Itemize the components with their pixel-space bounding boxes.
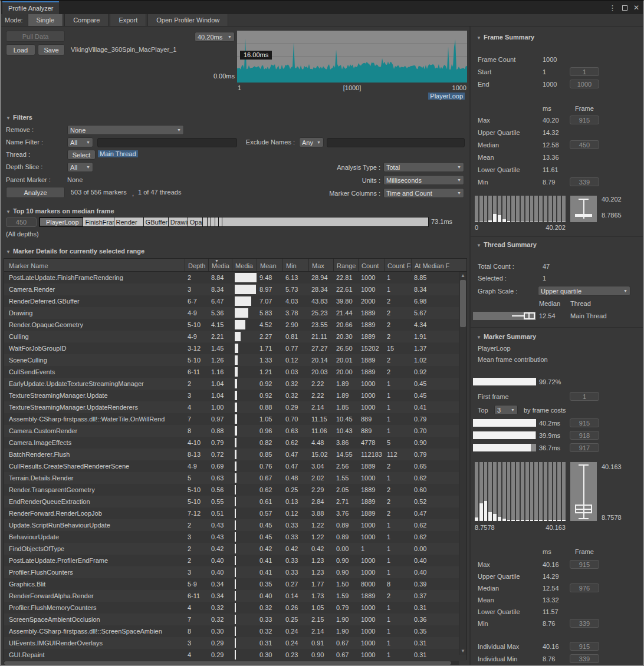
table-row[interactable]: FindObjectsOfType20.420.420.420.420.0011…: [4, 543, 466, 555]
first-frame-badge[interactable]: 1: [570, 392, 599, 401]
graph-scale-dropdown[interactable]: Upper quartile▼: [538, 286, 630, 296]
table-row[interactable]: PostLateUpdate.FinishFrameRendering28.84…: [4, 272, 466, 283]
load-button[interactable]: Load: [6, 44, 35, 55]
table-row[interactable]: Camera.Render38.348.975.7328.3422.611000…: [4, 283, 466, 295]
table-row[interactable]: BehaviourUpdate30.430.450.331.220.891000…: [4, 531, 466, 543]
toolbar-button-export[interactable]: Export: [110, 14, 146, 26]
column-header-at-median-f[interactable]: At Median F: [411, 259, 457, 271]
top10-header[interactable]: ▼Top 10 markers on median frame: [6, 207, 114, 215]
column-header-count[interactable]: Count: [358, 259, 384, 271]
horizontal-scrollbar-thumb[interactable]: [4, 661, 451, 665]
name-filter-input[interactable]: [97, 138, 237, 147]
frame-summary-stat-frame-badge[interactable]: 450: [570, 140, 599, 149]
table-row[interactable]: GUI.Repaint40.290.300.230.900.67100010.3…: [4, 649, 466, 661]
table-row[interactable]: Update.ScriptRunBehaviourUpdate20.430.45…: [4, 519, 466, 531]
table-row[interactable]: SceneCulling5-101.261.330.1220.1420.0118…: [4, 354, 466, 366]
marker-summary-individual-frame-badge[interactable]: 915: [570, 642, 599, 651]
top10-marker-bar[interactable]: PlayerLoopFinishFrameRRenderGBufferDrawi…: [39, 217, 429, 227]
top10-segment-gbuffer[interactable]: GBuffer: [144, 217, 169, 226]
depth-slice-dropdown[interactable]: All▼: [67, 162, 93, 172]
marker-summary-boxplot[interactable]: [570, 462, 597, 521]
table-row[interactable]: Profiler.FlushCounters30.400.410.331.230…: [4, 566, 466, 578]
marker-summary-stat-frame-badge[interactable]: 976: [570, 583, 599, 592]
table-row[interactable]: Camera.CustomRender80.880.960.6311.0610.…: [4, 425, 466, 437]
toolbar-button-compare[interactable]: Compare: [64, 14, 109, 26]
column-header-count-fra[interactable]: Count Fra: [384, 259, 411, 271]
column-header-depth[interactable]: Depth: [185, 259, 208, 271]
frame-summary-stat-frame-badge[interactable]: 339: [570, 177, 599, 186]
pull-data-button[interactable]: Pull Data: [6, 31, 65, 42]
frame-range-dropdown[interactable]: 40.20ms ▼: [195, 32, 235, 42]
analysis-type-dropdown[interactable]: Total▼: [383, 162, 464, 172]
top10-segment[interactable]: [211, 217, 215, 226]
top10-frame-badge[interactable]: 450: [6, 217, 37, 227]
name-filter-mode-dropdown[interactable]: All▼: [67, 137, 93, 147]
scroll-down-icon[interactable]: ▼: [461, 648, 465, 654]
table-row[interactable]: ScreenSpaceAmbientOcclusion70.320.330.25…: [4, 614, 466, 625]
close-icon[interactable]: ✕: [633, 4, 639, 11]
top10-segment-finishframer[interactable]: FinishFrameR: [83, 217, 114, 226]
frame-summary-stat-frame-badge[interactable]: 915: [570, 116, 599, 124]
marker-summary-stat-frame-badge[interactable]: 339: [570, 619, 599, 628]
units-dropdown[interactable]: Milliseconds▼: [383, 175, 464, 185]
table-row[interactable]: Profiler.FlushMemoryCounters40.320.320.2…: [4, 602, 466, 614]
exclude-mode-dropdown[interactable]: Any▼: [299, 137, 324, 147]
table-row[interactable]: WaitForJobGroupID3-121.451.710.7727.2726…: [4, 342, 466, 354]
save-button[interactable]: Save: [38, 44, 65, 55]
top-frame-badge[interactable]: 918: [570, 431, 599, 440]
kebab-menu-icon[interactable]: ⋮: [609, 4, 616, 12]
table-row[interactable]: CullSendEvents6-111.161.210.0320.0320.00…: [4, 366, 466, 378]
exclude-names-input[interactable]: [327, 138, 465, 147]
column-header-marker-name[interactable]: Marker Name: [4, 259, 185, 271]
marker-columns-dropdown[interactable]: Time and Count▼: [383, 188, 464, 198]
table-row[interactable]: RenderForwardAlpha.Render6-110.340.400.1…: [4, 590, 466, 602]
column-header-range[interactable]: Range: [333, 259, 358, 271]
table-row[interactable]: CullResults.CreateSharedRendererScene4-9…: [4, 460, 466, 472]
table-row[interactable]: EndRenderQueueExtraction5-100.550.610.13…: [4, 496, 466, 507]
vertical-scrollbar-thumb[interactable]: [460, 280, 466, 327]
table-row[interactable]: Render.OpaqueGeometry5-104.154.522.9023.…: [4, 319, 466, 331]
frame-summary-boxplot[interactable]: [570, 196, 597, 222]
table-row[interactable]: Graphics.Blit5-90.340.350.271.771.508000…: [4, 578, 466, 590]
toolbar-button-single[interactable]: Single: [28, 14, 64, 26]
table-row[interactable]: PostLateUpdate.ProfilerEndFrame20.400.41…: [4, 555, 466, 566]
table-row[interactable]: Assembly-CSharp-firstpass.dll!::WaterTil…: [4, 413, 466, 425]
table-row[interactable]: BatchRenderer.Flush8-130.720.850.4715.02…: [4, 449, 466, 460]
table-row[interactable]: RenderForward.RenderLoopJob7-120.510.570…: [4, 507, 466, 519]
top-frame-badge[interactable]: 915: [570, 418, 599, 427]
column-header-media[interactable]: Media: [232, 259, 257, 271]
top10-segment[interactable]: [203, 217, 208, 226]
table-row[interactable]: Terrain.Details.Render50.630.670.482.021…: [4, 472, 466, 484]
table-row[interactable]: Render.TransparentGeometry5-100.560.620.…: [4, 484, 466, 496]
top10-segment-drawing[interactable]: Drawing: [169, 217, 188, 226]
maximize-icon[interactable]: [622, 5, 627, 11]
frame-summary-row-frame-badge[interactable]: 1000: [570, 80, 599, 88]
window-tab[interactable]: Profile Analyzer: [2, 1, 59, 14]
marker-summary-stat-frame-badge[interactable]: 915: [570, 560, 599, 569]
frame-summary-histogram[interactable]: [475, 196, 566, 222]
thread-range-graph[interactable]: [473, 312, 536, 320]
table-row[interactable]: EarlyUpdate.UpdateTextureStreamingManage…: [4, 378, 466, 390]
column-header-media[interactable]: ▼Media: [208, 259, 232, 271]
column-header-min[interactable]: Min: [282, 259, 308, 271]
vertical-scrollbar[interactable]: ▲ ▼: [459, 272, 466, 655]
filters-header[interactable]: ▼Filters: [6, 114, 32, 121]
frame-summary-row-frame-badge[interactable]: 1: [570, 67, 599, 76]
horizontal-scrollbar[interactable]: [4, 661, 459, 665]
analyze-button[interactable]: Analyze: [6, 187, 65, 198]
top-frame-badge[interactable]: 917: [570, 443, 599, 452]
marker-details-header[interactable]: ▼Marker Details for currently selected r…: [6, 248, 144, 255]
table-row[interactable]: RenderDeferred.GBuffer6-76.477.074.0343.…: [4, 295, 466, 307]
chart-selected-marker-chip[interactable]: PlayerLoop: [428, 93, 465, 100]
table-row[interactable]: UIEvents.IMGUIRenderOverlays30.290.310.2…: [4, 637, 466, 649]
thread-select-button[interactable]: Select: [67, 150, 96, 160]
column-header-mean[interactable]: Mean: [257, 259, 282, 271]
table-row[interactable]: Assembly-CSharp-firstpass.dll!::ScreenSp…: [4, 625, 466, 637]
scroll-up-icon[interactable]: ▲: [461, 273, 465, 278]
marker-summary-histogram[interactable]: [475, 462, 566, 521]
table-row[interactable]: Culling4-92.212.270.8121.1120.30188921.9…: [4, 331, 466, 342]
top10-segment-opaqu[interactable]: Opaqu: [188, 217, 203, 226]
top10-segment-render[interactable]: Render: [114, 217, 144, 226]
toolbar-button-open-profiler-window[interactable]: Open Profiler Window: [147, 14, 228, 26]
frame-summary-header[interactable]: ▼Frame Summary: [477, 34, 534, 41]
